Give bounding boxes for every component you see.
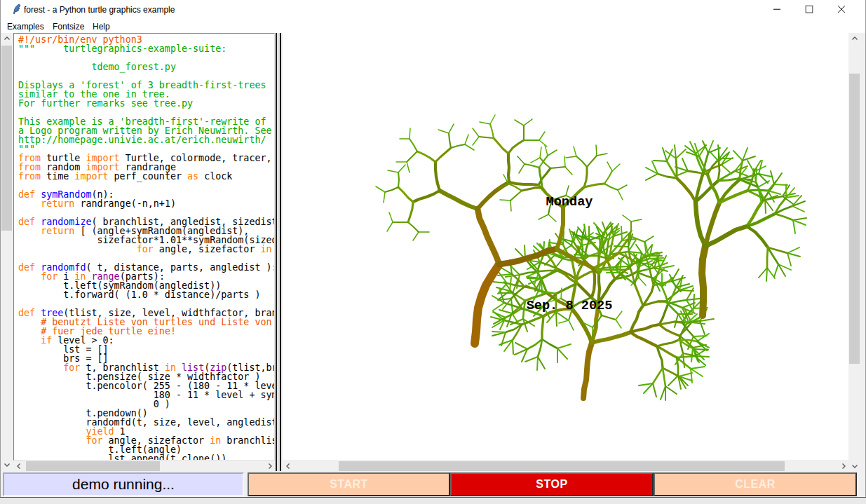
tree-branch <box>747 161 754 172</box>
menu-help[interactable]: Help <box>93 22 110 32</box>
canvas-vertical-scrollbar[interactable] <box>849 33 860 471</box>
scroll-up-button[interactable] <box>849 33 860 43</box>
tree-branch <box>408 222 419 232</box>
tree-branch <box>700 319 714 321</box>
scroll-thumb[interactable] <box>26 461 160 471</box>
tree-branch <box>559 320 569 323</box>
tree-branch <box>508 154 509 182</box>
clear-button[interactable]: CLEAR <box>654 472 857 496</box>
tree-branch <box>389 212 393 222</box>
tree-branch <box>557 348 567 359</box>
tree-branch <box>407 151 417 162</box>
menu-fontsize[interactable]: Fontsize <box>53 22 84 32</box>
tree-branch <box>473 128 479 137</box>
scroll-arrow-down-icon <box>4 461 11 468</box>
tree-branch <box>696 202 705 246</box>
title-bar[interactable]: forest - a Python turtle graphics exampl… <box>1 0 865 20</box>
tree-branch <box>774 264 778 277</box>
canvas-horizontal-scrollbar[interactable] <box>283 461 848 471</box>
tree-branch <box>697 334 709 341</box>
tree-branch <box>515 343 527 349</box>
tree-branch <box>695 356 705 365</box>
tree-branch <box>513 340 513 354</box>
scroll-thumb[interactable] <box>849 74 860 364</box>
tree-branch <box>555 257 564 268</box>
tree-branch <box>561 288 562 299</box>
tree-branch <box>604 184 618 190</box>
turtle-canvas[interactable]: MondaySep. 8 2025 <box>283 33 848 460</box>
code-line: t.forward( (1.0 * distance)/parts ) <box>18 290 275 299</box>
tree-branch <box>515 120 524 125</box>
tree-branch <box>525 357 538 362</box>
tree-branch <box>758 181 769 187</box>
scroll-up-button[interactable] <box>1 33 12 43</box>
tree-branch <box>398 172 399 187</box>
tree-branch <box>527 278 541 279</box>
scroll-right-button[interactable] <box>264 461 275 471</box>
code-line: return randrange(-n,n+1) <box>18 199 275 208</box>
window-bottom-edge <box>0 497 866 504</box>
tree-branch <box>659 325 679 336</box>
tree-branch <box>510 200 511 211</box>
tree-branch <box>646 174 658 180</box>
tree-branch <box>398 187 413 202</box>
tree-branch <box>710 151 719 161</box>
tree-branch <box>494 138 508 154</box>
scroll-left-button[interactable] <box>283 461 293 471</box>
tree-branch <box>519 164 525 173</box>
start-button[interactable]: START <box>248 472 450 496</box>
scroll-arrow-up-icon <box>851 35 858 42</box>
tree-branch <box>576 156 587 167</box>
tree-branch <box>438 130 449 133</box>
tree-branch <box>654 161 667 161</box>
scroll-down-button[interactable] <box>1 459 12 470</box>
tree-branch <box>588 256 606 258</box>
code-line: tdemo_forest.py <box>18 62 275 71</box>
tree-branch <box>541 279 542 293</box>
maximize-button[interactable] <box>793 0 825 20</box>
tree-branch <box>663 148 667 161</box>
tree-branch <box>398 165 405 172</box>
minimize-button[interactable] <box>761 0 793 20</box>
tree-branch <box>440 191 478 209</box>
scroll-left-button[interactable] <box>13 461 24 471</box>
app-feather-icon <box>11 4 22 15</box>
tree-branch <box>683 353 684 367</box>
tree-branch <box>616 320 621 328</box>
turtledemo-window: forest - a Python turtle graphics exampl… <box>0 0 866 504</box>
tree-branch <box>722 165 731 174</box>
tree-branch <box>531 158 540 163</box>
menu-examples[interactable]: Examples <box>7 22 44 32</box>
close-button[interactable] <box>825 0 858 20</box>
tree-branch <box>499 310 512 313</box>
tree-branch <box>676 171 688 176</box>
code-line: """ turtlegraphics-example-suite: <box>18 44 275 53</box>
scroll-down-button[interactable] <box>849 461 860 471</box>
code-line: For further remarks see tree.py <box>18 99 275 108</box>
tree-branch <box>539 132 545 140</box>
source-code-pane[interactable]: #!/usr/bin/env python3""" turtlegraphics… <box>13 33 275 461</box>
tree-branch <box>630 332 657 346</box>
scroll-right-button[interactable] <box>838 461 848 471</box>
tree-branch <box>473 137 479 145</box>
stop-button[interactable]: STOP <box>450 472 654 496</box>
scroll-thumb[interactable] <box>339 461 785 471</box>
tree-branch <box>550 167 565 168</box>
tree-branch <box>490 124 494 138</box>
tree-branch <box>747 190 768 191</box>
menu-bar: Examples Fontsize Help <box>1 20 865 33</box>
tree-branch <box>413 191 440 202</box>
tree-branch <box>387 222 393 231</box>
source-horizontal-scrollbar[interactable] <box>13 461 275 471</box>
tree-branch <box>538 357 545 369</box>
source-vertical-scrollbar[interactable] <box>1 33 12 470</box>
tree-branch <box>653 368 663 383</box>
tree-branch <box>539 271 557 271</box>
status-label: demo running... <box>3 472 244 496</box>
scroll-thumb[interactable] <box>1 46 12 231</box>
tree-branch <box>510 191 522 200</box>
scroll-arrow-left-icon <box>15 463 22 470</box>
tree-branch <box>522 188 542 191</box>
tree-branch <box>508 140 524 154</box>
tree-branch <box>597 154 607 156</box>
